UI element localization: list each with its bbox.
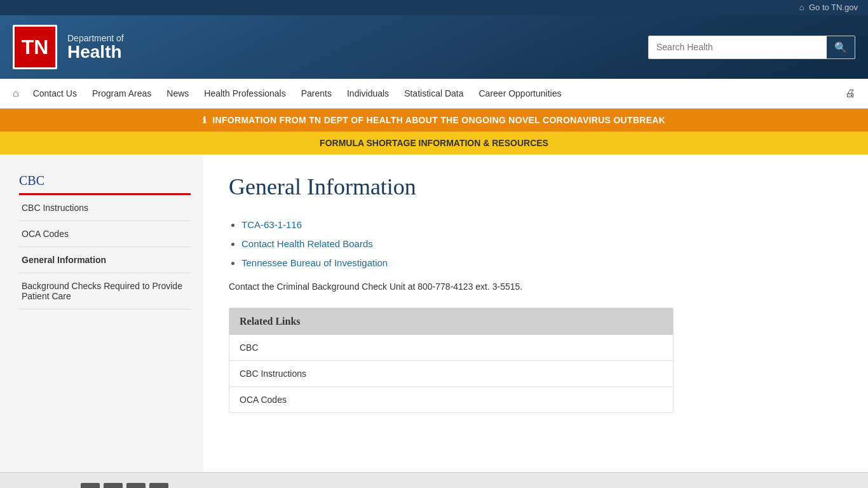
nav-link-program-areas[interactable]: Program Areas [85, 79, 159, 107]
nav-link-contact[interactable]: Contact Us [25, 79, 85, 107]
info-icon: ℹ [203, 115, 206, 125]
header: TN Department of Health 🔍 [0, 15, 868, 79]
alert-orange[interactable]: ℹ INFORMATION FROM TN DEPT OF HEALTH ABO… [0, 109, 868, 132]
twitter-icon[interactable]: X [104, 483, 123, 488]
facebook-icon[interactable]: f [81, 483, 100, 488]
nav-item-contact: Contact Us [25, 79, 85, 107]
content-links: TCA-63-1-116 Contact Health Related Boar… [241, 219, 843, 269]
related-link-cbc-instructions[interactable]: CBC Instructions [229, 361, 673, 386]
top-bar: ⌂ Go to TN.gov [0, 0, 868, 15]
sidebar-nav: CBC Instructions OCA Codes General Infor… [19, 195, 191, 309]
page-title: General Information [229, 173, 843, 200]
search-box: 🔍 [648, 36, 855, 59]
content-link-item-tca: TCA-63-1-116 [241, 219, 843, 231]
sidebar-item-oca-codes: OCA Codes [19, 221, 191, 247]
home-icon-top: ⌂ [799, 3, 804, 12]
tn-logo[interactable]: TN [13, 25, 57, 69]
content-link-boards[interactable]: Contact Health Related Boards [241, 238, 373, 249]
content-area: General Information TCA-63-1-116 Contact… [203, 154, 868, 472]
nav-item-health-professionals: Health Professionals [196, 79, 293, 107]
header-left: TN Department of Health [13, 25, 124, 69]
sidebar-item-background-checks: Background Checks Required to Provide Pa… [19, 273, 191, 309]
health-label: Health [67, 43, 124, 61]
nav-item-career: Career Opportunities [471, 79, 569, 107]
sidebar: CBC CBC Instructions OCA Codes General I… [0, 154, 203, 472]
related-links-list: CBC CBC Instructions OCA Codes [229, 335, 673, 412]
sidebar-item-cbc-instructions: CBC Instructions [19, 195, 191, 221]
related-links-box: Related Links CBC CBC Instructions OCA C… [229, 308, 674, 413]
nav-item-statistical-data: Statistical Data [397, 79, 471, 107]
linkedin-icon[interactable]: in [149, 483, 168, 488]
nav-item-program-areas: Program Areas [85, 79, 159, 107]
nav-link-health-professionals[interactable]: Health Professionals [196, 79, 293, 107]
sidebar-link-background-checks[interactable]: Background Checks Required to Provide Pa… [19, 273, 191, 309]
alert-yellow[interactable]: FORMULA SHORTAGE INFORMATION & RESOURCES [0, 132, 868, 154]
nav-link-individuals[interactable]: Individuals [339, 79, 397, 107]
contact-text: Contact the Criminal Background Check Un… [229, 281, 843, 292]
related-link-cbc[interactable]: CBC [229, 335, 673, 360]
nav-item-news: News [159, 79, 196, 107]
nav-link-parents[interactable]: Parents [294, 79, 339, 107]
nav-link-statistical-data[interactable]: Statistical Data [397, 79, 471, 107]
footer-area: Social Media f X ▶ in [0, 472, 868, 488]
sidebar-title[interactable]: CBC [19, 173, 191, 188]
related-link-item-oca-codes: OCA Codes [229, 386, 673, 412]
gov-link[interactable]: Go to TN.gov [809, 3, 858, 12]
nav-home-icon[interactable]: ⌂ [6, 79, 25, 108]
dept-of-label: Department of [67, 33, 124, 43]
sidebar-link-oca-codes[interactable]: OCA Codes [19, 221, 191, 247]
related-link-oca-codes[interactable]: OCA Codes [229, 387, 673, 412]
content-link-tbi[interactable]: Tennessee Bureau of Investigation [241, 257, 388, 268]
nav-item-individuals: Individuals [339, 79, 397, 107]
nav-link-news[interactable]: News [159, 79, 196, 107]
content-link-tca[interactable]: TCA-63-1-116 [241, 219, 302, 230]
print-icon[interactable]: 🖨 [839, 79, 862, 108]
main-content: CBC CBC Instructions OCA Codes General I… [0, 154, 868, 472]
search-button[interactable]: 🔍 [827, 36, 855, 58]
nav-link-career[interactable]: Career Opportunities [471, 79, 569, 107]
nav-item-parents: Parents [294, 79, 339, 107]
alert-orange-text: INFORMATION FROM TN DEPT OF HEALTH ABOUT… [212, 115, 665, 125]
sidebar-link-cbc-instructions[interactable]: CBC Instructions [19, 195, 191, 220]
nav-items: Contact Us Program Areas News Health Pro… [25, 79, 839, 107]
header-search: 🔍 [648, 36, 855, 59]
alert-yellow-text: FORMULA SHORTAGE INFORMATION & RESOURCES [320, 138, 548, 148]
related-links-header: Related Links [229, 308, 673, 335]
youtube-icon[interactable]: ▶ [126, 483, 146, 488]
sidebar-link-general-info[interactable]: General Information [19, 247, 191, 273]
header-title: Department of Health [67, 33, 124, 61]
related-link-item-cbc: CBC [229, 335, 673, 360]
related-link-item-cbc-instructions: CBC Instructions [229, 360, 673, 386]
navigation-bar: ⌂ Contact Us Program Areas News Health P… [0, 79, 868, 109]
sidebar-item-general-info: General Information [19, 247, 191, 273]
content-link-item-tbi: Tennessee Bureau of Investigation [241, 257, 843, 269]
search-input[interactable] [649, 37, 827, 57]
content-link-item-boards: Contact Health Related Boards [241, 238, 843, 250]
